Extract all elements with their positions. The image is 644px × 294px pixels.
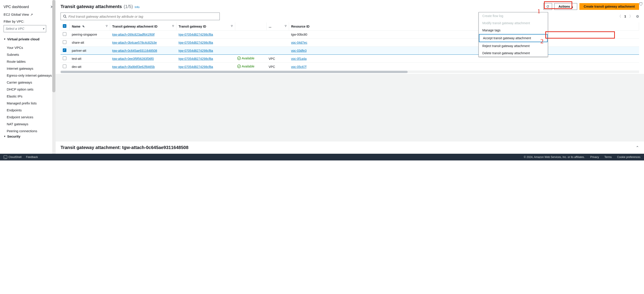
search-box[interactable]	[60, 12, 220, 20]
col-attach-id[interactable]: Transit gateway attachment ID	[112, 25, 158, 28]
dropdown-item[interactable]: Reject transit gateway attachment	[479, 42, 548, 49]
filter-icon[interactable]: ▽	[172, 25, 174, 27]
ec2-global-view-link[interactable]: EC2 Global View ↗	[4, 12, 54, 16]
col-resource[interactable]: Resource ID	[291, 25, 310, 28]
filter-icon[interactable]: ▽	[285, 25, 286, 27]
attachment-link[interactable]: tgw-attach-0b4cae578c4c82b3e	[112, 41, 157, 44]
resource-link[interactable]: vpc-05c67f	[291, 65, 306, 69]
caret-up-icon: ▴	[571, 5, 573, 8]
row-type: VPC	[269, 57, 275, 60]
cookie-link[interactable]: Cookie preferences	[617, 156, 640, 159]
resource-link[interactable]: vpc-03dfe3	[291, 49, 306, 52]
footer: ›_ CloudShell Feedback © 2024, Amazon We…	[0, 154, 644, 160]
cloudshell-link[interactable]: ›_ CloudShell	[4, 155, 22, 159]
row-name: dev-att	[72, 65, 82, 69]
info-link[interactable]: Info	[135, 5, 140, 9]
sidebar-item[interactable]: Egress-only internet gateways	[4, 72, 54, 79]
page-number: 1	[624, 14, 626, 18]
cloudshell-icon: ›_	[4, 155, 7, 159]
main-content: ⛉ Transit gateway attachments (1/5) Info…	[56, 0, 644, 154]
dropdown-item[interactable]: Accept transit gateway attachment	[479, 34, 548, 42]
tgw-link[interactable]: tgw-07054d8274298cf8a	[178, 33, 213, 36]
row-checkbox[interactable]	[63, 40, 66, 44]
tgw-link[interactable]: tgw-07054d8274298cf8a	[178, 65, 213, 69]
attachment-link[interactable]: tgw-attach-0c645ae9311648508	[112, 49, 157, 52]
sidebar-scrollbar[interactable]	[52, 0, 56, 154]
sidebar: VPC dashboard ✕ EC2 Global View ↗ Filter…	[0, 0, 56, 154]
detail-panel: Transit gateway attachment: tgw-attach-0…	[56, 141, 644, 154]
vpc-filter-select[interactable]: Select a VPC ▾	[4, 25, 46, 32]
sidebar-item[interactable]: Endpoint services	[4, 114, 54, 121]
filter-icon[interactable]: ▽	[106, 25, 108, 27]
terms-link[interactable]: Terms	[604, 156, 612, 159]
feedback-link[interactable]: Feedback	[26, 156, 38, 159]
attachments-table: Name ✎▽ Transit gateway attachment ID▽ T…	[60, 22, 639, 71]
sidebar-item[interactable]: Endpoints	[4, 107, 54, 114]
resource-link[interactable]: vpc-04d7ec	[291, 41, 307, 44]
sidebar-item[interactable]: Your VPCs	[4, 44, 54, 51]
section-vpc[interactable]: ▼ Virtual private cloud	[4, 37, 54, 41]
sidebar-item[interactable]: Elastic IPs	[4, 93, 54, 100]
actions-dropdown: Create flow logModify transit gateway at…	[478, 12, 548, 57]
external-link-icon: ↗	[30, 13, 33, 16]
caret-down-icon: ▼	[4, 135, 6, 138]
status-badge: Available	[237, 64, 254, 68]
shield-icon[interactable]: ⛉	[639, 2, 643, 7]
attachment-link[interactable]: tgw-attach-099c823adf641f69f	[112, 33, 154, 36]
selection-count: (1/5)	[124, 4, 133, 9]
sidebar-item[interactable]: Carrier gateways	[4, 79, 54, 86]
tgw-link[interactable]: tgw-07054d8274298cf8a	[178, 41, 213, 44]
row-checkbox[interactable]	[63, 32, 66, 36]
privacy-link[interactable]: Privacy	[590, 156, 599, 159]
collapse-icon[interactable]: ⌃	[636, 145, 639, 150]
col-more: ...	[269, 25, 272, 28]
sidebar-item[interactable]: Subnets	[4, 51, 54, 58]
table-row[interactable]: dev-atttgw-attach-0fa9b6f3e62f8465btgw-0…	[60, 63, 639, 71]
search-icon	[63, 14, 66, 18]
dropdown-item[interactable]: Delete transit gateway attachment	[479, 49, 548, 57]
col-name[interactable]: Name	[72, 25, 80, 28]
filter-icon[interactable]: ▽	[231, 25, 233, 27]
sidebar-item[interactable]: Peering connections	[4, 127, 54, 134]
create-attachment-button[interactable]: Create transit gateway attachment	[580, 3, 639, 10]
horizontal-scrollbar[interactable]	[60, 71, 639, 73]
cloudshell-label: CloudShell	[8, 156, 22, 159]
page-next[interactable]: 〉	[629, 14, 633, 19]
table-row[interactable]: share-atttgw-attach-0b4cae578c4c82b3etgw…	[60, 38, 639, 47]
row-type: VPC	[269, 65, 275, 69]
table-row[interactable]: peering-singaporetgw-attach-099c823adf64…	[60, 30, 639, 38]
sidebar-title[interactable]: VPC dashboard	[4, 5, 29, 9]
actions-button[interactable]: Actions ▴	[554, 3, 577, 10]
tgw-link[interactable]: tgw-07054d8274298cf8a	[178, 49, 213, 52]
sidebar-item[interactable]: NAT gateways	[4, 121, 54, 127]
sidebar-item[interactable]: Route tables	[4, 58, 54, 65]
table-row[interactable]: partner-atttgw-attach-0c645ae9311648508t…	[60, 47, 639, 55]
attachment-link[interactable]: tgw-attach-0fa9b6f3e62f8465b	[112, 65, 155, 69]
select-all-checkbox[interactable]	[63, 24, 66, 28]
page-title: Transit gateway attachments	[60, 4, 122, 9]
search-input[interactable]	[68, 14, 217, 18]
row-checkbox[interactable]	[63, 64, 66, 68]
edit-icon[interactable]: ✎	[82, 25, 85, 28]
gear-icon[interactable]: ⚙	[636, 14, 639, 18]
section-security[interactable]: ▼ Security	[4, 134, 54, 138]
chevron-down-icon: ▾	[42, 27, 44, 30]
attachment-link[interactable]: tgw-attach-0ee3f9f56283f36f0	[112, 57, 154, 60]
sidebar-item[interactable]: DHCP option sets	[4, 86, 54, 93]
col-tgw-id[interactable]: Transit gateway ID	[179, 25, 206, 28]
svg-point-0	[64, 15, 66, 17]
sidebar-item[interactable]: Managed prefix lists	[4, 100, 54, 107]
tgw-link[interactable]: tgw-07054d8274298cf8a	[178, 57, 213, 60]
dropdown-item[interactable]: Manage tags	[479, 27, 548, 34]
table-row[interactable]: test-atttgw-attach-0ee3f9f56283f36f0tgw-…	[60, 55, 639, 63]
status-badge: Available	[237, 56, 254, 60]
resource-link[interactable]: vpc-0f1a4a	[291, 57, 306, 60]
annotation-num-1: 1	[537, 8, 540, 15]
copyright: © 2024, Amazon Web Services, Inc. or its…	[524, 156, 585, 159]
section-security-label: Security	[7, 134, 20, 138]
row-checkbox[interactable]	[63, 56, 66, 60]
page-prev[interactable]: 〈	[618, 14, 621, 19]
refresh-button[interactable]	[544, 3, 552, 10]
sidebar-item[interactable]: Internet gateways	[4, 65, 54, 72]
row-checkbox[interactable]	[63, 48, 66, 52]
